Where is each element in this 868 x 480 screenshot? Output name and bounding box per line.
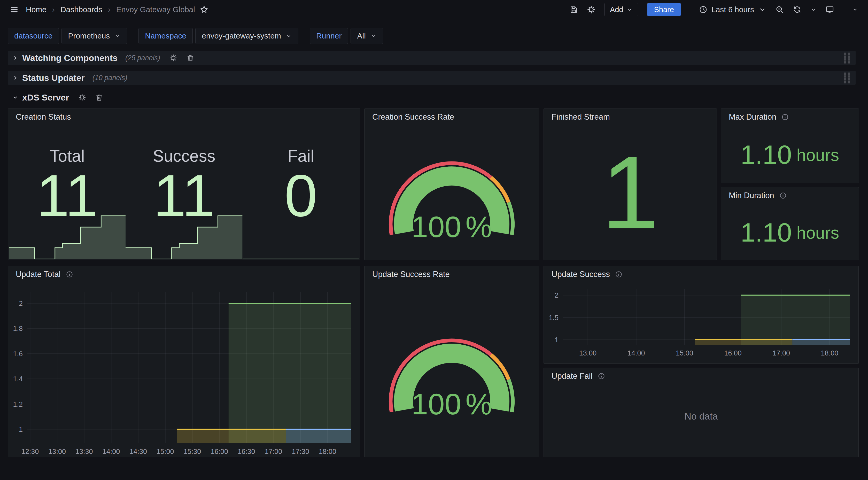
variable-label-runner: Runner — [310, 28, 348, 44]
time-series-chart[interactable]: 13:0014:0015:0016:0017:0018:0011.52 — [544, 279, 859, 363]
breadcrumb-dashboards[interactable]: Dashboards — [60, 5, 102, 14]
duration-unit: hours — [797, 145, 839, 165]
variable-value-text: envoy-gateway-system — [202, 32, 281, 40]
svg-text:2: 2 — [19, 300, 23, 307]
row-delete-trash-icon[interactable] — [95, 93, 103, 101]
svg-text:18:00: 18:00 — [821, 349, 839, 357]
variable-runner: Runner All — [310, 28, 383, 44]
breadcrumb-separator-icon: › — [108, 5, 111, 14]
row-title: Watching Components — [22, 53, 118, 63]
info-icon[interactable] — [779, 192, 786, 199]
variable-value-datasource[interactable]: Prometheus — [61, 28, 127, 44]
add-button[interactable]: Add — [604, 3, 638, 16]
svg-text:14:30: 14:30 — [129, 448, 147, 455]
time-range-label: Last 6 hours — [711, 5, 754, 14]
variables-bar: datasource Prometheus Namespace envoy-ga… — [8, 28, 383, 44]
panel-title[interactable]: Max Duration — [729, 112, 776, 122]
svg-text:16:00: 16:00 — [211, 448, 228, 455]
stat-fail: Fail 0 — [243, 125, 359, 259]
divider — [690, 4, 690, 15]
panel-title[interactable]: Update Success — [552, 270, 610, 279]
info-icon[interactable] — [598, 372, 605, 380]
panel-title[interactable]: Min Duration — [729, 191, 774, 200]
kiosk-mode-icon[interactable] — [826, 5, 834, 14]
variable-value-text: Prometheus — [68, 32, 110, 40]
stat-row: Total 11 Success 11 Fail 0 — [9, 125, 359, 259]
chevron-down-icon — [370, 33, 377, 39]
breadcrumb-separator-icon: › — [52, 5, 55, 14]
svg-text:1.5: 1.5 — [549, 314, 559, 322]
row-title: xDS Server — [22, 92, 69, 102]
info-icon[interactable] — [615, 271, 622, 278]
variable-label-namespace: Namespace — [138, 28, 193, 44]
svg-text:16:30: 16:30 — [238, 448, 255, 455]
drag-handle-icon[interactable] — [843, 72, 851, 84]
stat-success: Success 11 — [126, 125, 242, 259]
chevron-down-icon — [286, 33, 292, 39]
clock-icon — [699, 5, 707, 14]
row-title: Status Updater — [22, 73, 85, 83]
menu-icon[interactable] — [10, 5, 19, 14]
row-status-updater[interactable]: Status Updater (10 panels) — [8, 71, 856, 85]
svg-text:1.4: 1.4 — [13, 375, 23, 383]
breadcrumb-current-dashboard: Envoy Gateway Global — [116, 5, 195, 14]
svg-text:17:00: 17:00 — [772, 349, 790, 357]
row-xds-server[interactable]: xDS Server — [8, 91, 107, 104]
info-icon[interactable] — [781, 113, 789, 121]
svg-text:12:30: 12:30 — [22, 448, 39, 455]
refresh-icon[interactable] — [793, 5, 802, 14]
variable-value-runner[interactable]: All — [350, 28, 383, 44]
variable-datasource: datasource Prometheus — [8, 28, 127, 44]
stat-sparkline — [9, 214, 126, 259]
svg-text:15:00: 15:00 — [676, 349, 693, 357]
svg-text:1.6: 1.6 — [13, 350, 23, 358]
time-series-chart[interactable]: 12:3013:0013:3014:0014:3015:0015:3016:00… — [8, 279, 360, 457]
row-delete-trash-icon[interactable] — [187, 54, 194, 62]
panel-title[interactable]: Update Success Rate — [372, 270, 450, 279]
chevron-down-icon — [12, 94, 19, 101]
panel-title[interactable]: Creation Status — [16, 112, 71, 122]
duration-number: 1.10 — [741, 140, 792, 170]
chevron-down-icon — [758, 5, 767, 14]
panel-max-duration: Max Duration 1.10 hours — [721, 109, 859, 183]
svg-text:17:00: 17:00 — [265, 448, 282, 455]
info-icon[interactable] — [66, 271, 73, 278]
panel-title[interactable]: Creation Success Rate — [372, 112, 454, 122]
gauge[interactable]: 100% — [369, 282, 535, 454]
save-icon[interactable] — [569, 5, 578, 14]
row-settings-gear-icon[interactable] — [78, 93, 86, 101]
svg-text:1: 1 — [19, 425, 23, 433]
stat-sparkline — [126, 214, 242, 259]
panel-title[interactable]: Finished Stream — [552, 112, 610, 122]
svg-text:15:00: 15:00 — [157, 448, 174, 455]
panel-title[interactable]: Update Total — [16, 270, 61, 279]
topbar-actions: Add Share Last 6 hours — [569, 3, 858, 16]
breadcrumb: Home › Dashboards › Envoy Gateway Global — [26, 5, 195, 14]
share-button-label: Share — [654, 5, 674, 14]
share-button[interactable]: Share — [647, 3, 681, 16]
row-panel-count: (10 panels) — [92, 74, 127, 82]
row-watching-components[interactable]: Watching Components (25 panels) — [8, 51, 856, 65]
gauge-value-text: 100% — [411, 210, 492, 244]
top-nav-bar: Home › Dashboards › Envoy Gateway Global… — [0, 0, 868, 19]
panel-min-duration: Min Duration 1.10 hours — [721, 187, 859, 260]
gauge[interactable]: 100% — [369, 125, 535, 257]
panel-update-success: Update Success 13:0014:0015:0016:0017:00… — [544, 266, 859, 364]
stat-sparkline — [243, 214, 359, 259]
variable-value-namespace[interactable]: envoy-gateway-system — [195, 28, 299, 44]
gauge-threshold-green — [509, 202, 513, 235]
time-range-picker[interactable]: Last 6 hours — [699, 5, 767, 14]
chevron-down-icon — [626, 6, 633, 13]
breadcrumb-home[interactable]: Home — [26, 5, 46, 14]
collapse-toolbar-chevron-icon[interactable] — [852, 6, 858, 13]
refresh-interval-chevron-icon[interactable] — [810, 6, 816, 13]
variable-value-text: All — [357, 32, 366, 40]
panel-title[interactable]: Update Fail — [552, 371, 593, 381]
dashboard-settings-icon[interactable] — [587, 5, 596, 14]
chevron-right-icon — [12, 55, 19, 61]
row-settings-gear-icon[interactable] — [169, 54, 177, 62]
star-icon[interactable] — [200, 5, 209, 14]
svg-text:16:00: 16:00 — [724, 349, 742, 357]
zoom-out-icon[interactable] — [775, 5, 784, 14]
drag-handle-icon[interactable] — [843, 52, 851, 64]
